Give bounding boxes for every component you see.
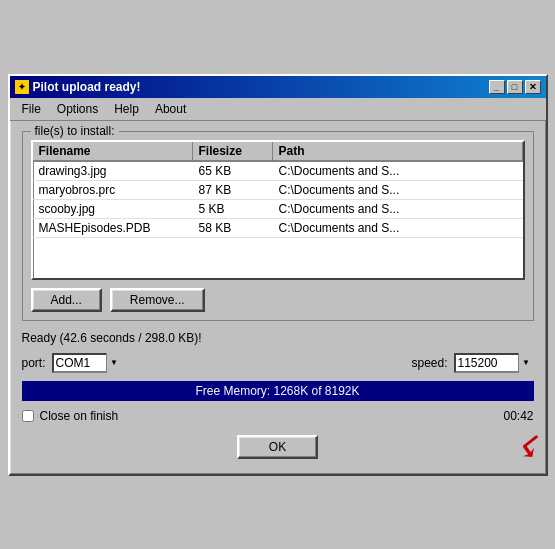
table-row[interactable]: drawing3.jpg 65 KB C:\Documents and S... (33, 162, 523, 181)
add-button[interactable]: Add... (31, 288, 102, 312)
speed-select-container: 9600 19200 38400 57600 115200 ▼ (454, 353, 534, 373)
file-table-header: Filename Filesize Path (33, 142, 523, 162)
header-path: Path (273, 142, 523, 160)
menu-file[interactable]: File (14, 100, 49, 118)
title-bar: ✦ Pilot upload ready! _ □ ✕ (10, 76, 546, 98)
cell-path: C:\Documents and S... (273, 181, 523, 199)
content-area: file(s) to install: Filename Filesize Pa… (10, 121, 546, 474)
lightning-icon: ☇ (518, 431, 534, 464)
cell-filesize: 58 KB (193, 219, 273, 237)
remove-button[interactable]: Remove... (110, 288, 205, 312)
window-title: Pilot upload ready! (33, 80, 141, 94)
close-on-finish-checkbox[interactable] (22, 410, 34, 422)
port-label: port: (22, 356, 46, 370)
title-buttons: _ □ ✕ (489, 80, 541, 94)
close-on-finish-label: Close on finish (40, 409, 119, 423)
title-bar-left: ✦ Pilot upload ready! (15, 80, 141, 94)
cell-filename: MASHEpisodes.PDB (33, 219, 193, 237)
menu-bar: File Options Help About (10, 98, 546, 121)
port-select-container: COM1 COM2 COM3 COM4 ▼ (52, 353, 122, 373)
cell-filename: drawing3.jpg (33, 162, 193, 180)
files-group-label: file(s) to install: (31, 124, 119, 138)
speed-select[interactable]: 9600 19200 38400 57600 115200 (454, 353, 534, 373)
minimize-button[interactable]: _ (489, 80, 505, 94)
ok-button[interactable]: OK (237, 435, 318, 459)
cell-path: C:\Documents and S... (273, 219, 523, 237)
close-button[interactable]: ✕ (525, 80, 541, 94)
status-text: Ready (42.6 seconds / 298.0 KB)! (22, 331, 534, 345)
cell-filesize: 87 KB (193, 181, 273, 199)
menu-help[interactable]: Help (106, 100, 147, 118)
cell-filename: maryobros.prc (33, 181, 193, 199)
ok-row: OK ☇ (22, 431, 534, 464)
cell-filename: scooby.jpg (33, 200, 193, 218)
file-list-container: Filename Filesize Path drawing3.jpg 65 K… (31, 140, 525, 280)
cell-path: C:\Documents and S... (273, 162, 523, 180)
main-window: ✦ Pilot upload ready! _ □ ✕ File Options… (8, 74, 548, 476)
cell-filesize: 65 KB (193, 162, 273, 180)
speed-group: speed: 9600 19200 38400 57600 115200 ▼ (411, 353, 533, 373)
port-select[interactable]: COM1 COM2 COM3 COM4 (52, 353, 122, 373)
menu-options[interactable]: Options (49, 100, 106, 118)
files-group: file(s) to install: Filename Filesize Pa… (22, 131, 534, 321)
header-filename: Filename (33, 142, 193, 160)
menu-about[interactable]: About (147, 100, 194, 118)
cell-filesize: 5 KB (193, 200, 273, 218)
header-filesize: Filesize (193, 142, 273, 160)
timer-display: 00:42 (503, 409, 533, 423)
table-row[interactable]: scooby.jpg 5 KB C:\Documents and S... (33, 200, 523, 219)
port-speed-row: port: COM1 COM2 COM3 COM4 ▼ speed: 9600 (22, 353, 534, 373)
ok-spacer-right: ☇ (318, 431, 533, 464)
table-row[interactable]: maryobros.prc 87 KB C:\Documents and S..… (33, 181, 523, 200)
bottom-row: Close on finish 00:42 (22, 409, 534, 423)
file-action-buttons: Add... Remove... (31, 288, 525, 312)
cell-path: C:\Documents and S... (273, 200, 523, 218)
maximize-button[interactable]: □ (507, 80, 523, 94)
close-on-finish-row: Close on finish (22, 409, 119, 423)
table-row[interactable]: MASHEpisodes.PDB 58 KB C:\Documents and … (33, 219, 523, 238)
window-icon: ✦ (15, 80, 29, 94)
port-group: port: COM1 COM2 COM3 COM4 ▼ (22, 353, 122, 373)
speed-label: speed: (411, 356, 447, 370)
memory-bar: Free Memory: 1268K of 8192K (22, 381, 534, 401)
